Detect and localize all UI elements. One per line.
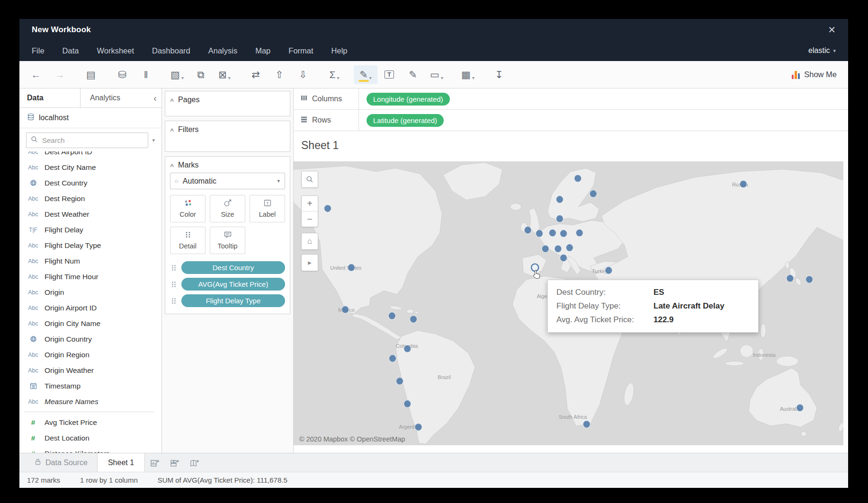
- label-button[interactable]: TLabel: [250, 195, 285, 222]
- collapse-card-icon[interactable]: ∧: [169, 97, 174, 103]
- map-mark[interactable]: [536, 230, 543, 238]
- field-distance-kilometers[interactable]: #Distance Kilometers: [19, 446, 161, 453]
- search-options-caret-icon[interactable]: ▾: [148, 137, 158, 143]
- map-mark[interactable]: [556, 215, 563, 222]
- field-timestamp[interactable]: Timestamp: [19, 378, 161, 394]
- map-mark[interactable]: [410, 316, 417, 323]
- field-origin-country[interactable]: Origin Country: [19, 331, 161, 347]
- field-dest-airport-id[interactable]: AbcDest Airport ID: [19, 151, 161, 159]
- pill-avg-avg-ticket-price[interactable]: AVG(Avg Ticket Price): [181, 278, 285, 291]
- clear-sheet-button[interactable]: ⊠▾: [213, 65, 236, 84]
- map-mark[interactable]: [560, 230, 567, 238]
- menu-data[interactable]: Data: [63, 46, 79, 55]
- data-source-connection[interactable]: localhost: [19, 108, 161, 128]
- field-origin-region[interactable]: AbcOrigin Region: [19, 347, 161, 362]
- map-mark[interactable]: [348, 264, 355, 272]
- field-dest-region[interactable]: AbcDest Region: [19, 191, 161, 206]
- tab-sheet-1[interactable]: Sheet 1: [97, 453, 145, 472]
- map-mark[interactable]: [576, 229, 583, 237]
- new-data-source-button[interactable]: ⛁: [110, 65, 134, 84]
- map-mark[interactable]: [555, 245, 562, 253]
- search-box[interactable]: [26, 132, 148, 148]
- save-button[interactable]: ▤: [79, 65, 103, 84]
- map-mark[interactable]: [556, 196, 563, 203]
- cell-size-button[interactable]: ▦▾: [456, 65, 480, 84]
- menu-map[interactable]: Map: [255, 46, 270, 55]
- close-icon[interactable]: ✕: [828, 25, 836, 35]
- pause-auto-updates-button[interactable]: ‖: [134, 65, 158, 84]
- zoom-in-button[interactable]: +: [302, 196, 318, 211]
- mark-type-dropdown[interactable]: ○ Automatic ▾: [170, 173, 285, 189]
- map-mark[interactable]: [590, 190, 597, 198]
- filters-drop-area[interactable]: [165, 137, 290, 151]
- collapse-card-icon[interactable]: ∧: [169, 127, 174, 133]
- map-search-button[interactable]: [301, 171, 318, 188]
- field-origin-city-name[interactable]: AbcOrigin City Name: [19, 316, 161, 331]
- pill-latitude-generated[interactable]: Latitude (generated): [367, 114, 444, 127]
- size-button[interactable]: Size: [210, 195, 245, 222]
- duplicate-button[interactable]: ⧉: [189, 65, 213, 84]
- field-origin[interactable]: AbcOrigin: [19, 284, 161, 300]
- map-mark[interactable]: [542, 245, 549, 253]
- tooltip-button[interactable]: Tooltip: [210, 227, 245, 254]
- field-dest-weather[interactable]: AbcDest Weather: [19, 206, 161, 222]
- color-button[interactable]: Color: [170, 195, 206, 222]
- sort-ascending-button[interactable]: ⇧: [268, 65, 291, 84]
- pill-longitude-generated[interactable]: Longitude (generated): [367, 93, 450, 106]
- pages-drop-area[interactable]: [165, 107, 290, 116]
- highlight-button[interactable]: ✎▾: [354, 65, 377, 84]
- field-origin-weather[interactable]: AbcOrigin Weather: [19, 362, 161, 378]
- map-mark[interactable]: [566, 244, 573, 252]
- collapse-card-icon[interactable]: ∧: [169, 162, 174, 168]
- columns-shelf[interactable]: Columns Longitude (generated): [294, 88, 848, 110]
- detail-button[interactable]: Detail: [170, 227, 206, 254]
- field-flight-delay-type[interactable]: AbcFlight Delay Type: [19, 238, 161, 253]
- redo-button[interactable]: →: [48, 65, 72, 84]
- menu-file[interactable]: File: [32, 46, 45, 55]
- map-mark[interactable]: [787, 274, 794, 282]
- field-dest-country[interactable]: Dest Country: [19, 175, 161, 191]
- map-mark[interactable]: [342, 306, 349, 313]
- swap-rows-columns-button[interactable]: ⇄: [244, 65, 268, 84]
- map-mark[interactable]: [805, 276, 813, 283]
- menu-analysis[interactable]: Analysis: [208, 46, 237, 55]
- tab-analytics[interactable]: Analytics: [81, 88, 120, 107]
- map-mark[interactable]: [574, 175, 582, 182]
- map-home-button[interactable]: ⌂: [301, 233, 318, 250]
- account-menu[interactable]: elastic ▾: [808, 46, 836, 55]
- map-view[interactable]: United StatesMexicoColombiaBrazilArgenti…: [294, 161, 843, 445]
- map-mark[interactable]: [549, 229, 556, 237]
- map-mark[interactable]: [324, 205, 331, 212]
- menu-format[interactable]: Format: [288, 46, 313, 55]
- map-mark[interactable]: [524, 226, 531, 234]
- menu-dashboard[interactable]: Dashboard: [152, 46, 190, 55]
- format-button[interactable]: ✎: [401, 65, 425, 84]
- new-dashboard-button[interactable]: [165, 453, 185, 472]
- zoom-out-button[interactable]: −: [302, 211, 318, 227]
- menu-worksheet[interactable]: Worksheet: [97, 46, 134, 55]
- menu-help[interactable]: Help: [331, 46, 348, 55]
- map-mark[interactable]: [388, 312, 395, 320]
- map-mark[interactable]: [404, 400, 411, 408]
- field-dest-city-name[interactable]: AbcDest City Name: [19, 159, 161, 175]
- collapse-pane-icon[interactable]: ‹: [153, 88, 157, 107]
- rows-shelf[interactable]: Rows Latitude (generated): [294, 110, 848, 131]
- totals-button[interactable]: Σ▾: [322, 65, 346, 84]
- undo-button[interactable]: ←: [24, 65, 48, 84]
- field-measure-names[interactable]: AbcMeasure Names: [19, 394, 161, 409]
- new-story-button[interactable]: [185, 453, 205, 472]
- map-mark[interactable]: [583, 421, 590, 428]
- pill-flight-delay-type[interactable]: Flight Delay Type: [181, 294, 285, 307]
- map-mark[interactable]: [740, 180, 747, 188]
- sort-descending-button[interactable]: ⇩: [291, 65, 315, 84]
- new-worksheet-button[interactable]: ▧▾: [165, 65, 189, 84]
- field-avg-ticket-price[interactable]: #Avg Ticket Price: [19, 415, 161, 430]
- show-mark-labels-button[interactable]: T: [377, 65, 401, 84]
- map-mark[interactable]: [796, 404, 804, 412]
- field-origin-airport-id[interactable]: AbcOrigin Airport ID: [19, 300, 161, 316]
- map-mark-hovered[interactable]: [531, 264, 538, 272]
- tab-data[interactable]: Data: [19, 88, 81, 107]
- field-flight-time-hour[interactable]: AbcFlight Time Hour: [19, 269, 161, 284]
- pages-shelf[interactable]: ∧ Pages: [165, 91, 290, 116]
- field-flight-delay[interactable]: T|FFlight Delay: [19, 222, 161, 238]
